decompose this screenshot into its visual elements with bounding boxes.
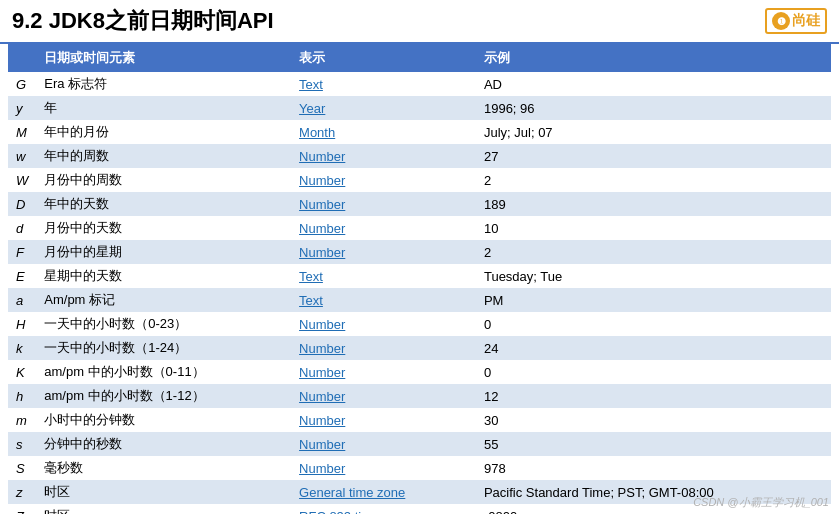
repr-link[interactable]: Number — [299, 317, 345, 332]
cell-description: 毫秒数 — [36, 456, 291, 480]
table-container: 日期或时间元素 表示 示例 GEra 标志符TextADy年Year1996; … — [0, 44, 839, 514]
cell-letter: E — [8, 264, 36, 288]
cell-repr[interactable]: Month — [291, 120, 476, 144]
cell-letter: S — [8, 456, 36, 480]
cell-repr[interactable]: Text — [291, 72, 476, 96]
cell-repr[interactable]: Number — [291, 384, 476, 408]
cell-example: 27 — [476, 144, 831, 168]
cell-description: 一天中的小时数（1-24） — [36, 336, 291, 360]
cell-repr[interactable]: General time zone — [291, 480, 476, 504]
cell-example: 30 — [476, 408, 831, 432]
repr-link[interactable]: Text — [299, 293, 323, 308]
cell-description: am/pm 中的小时数（0-11） — [36, 360, 291, 384]
cell-repr[interactable]: Number — [291, 240, 476, 264]
col-example: 示例 — [476, 44, 831, 72]
cell-letter: k — [8, 336, 36, 360]
cell-description: Am/pm 标记 — [36, 288, 291, 312]
cell-letter: w — [8, 144, 36, 168]
cell-repr[interactable]: Number — [291, 456, 476, 480]
repr-link[interactable]: Number — [299, 245, 345, 260]
repr-link[interactable]: Number — [299, 365, 345, 380]
repr-link[interactable]: Number — [299, 389, 345, 404]
repr-link[interactable]: Number — [299, 197, 345, 212]
cell-example: July; Jul; 07 — [476, 120, 831, 144]
table-row: w年中的周数Number27 — [8, 144, 831, 168]
repr-link[interactable]: RFC 822 time zone — [299, 509, 411, 515]
cell-repr[interactable]: Number — [291, 408, 476, 432]
cell-example: 978 — [476, 456, 831, 480]
repr-link[interactable]: Number — [299, 149, 345, 164]
cell-repr[interactable]: Text — [291, 264, 476, 288]
repr-link[interactable]: Number — [299, 221, 345, 236]
cell-repr[interactable]: Year — [291, 96, 476, 120]
logo-icon: ❶ — [772, 12, 790, 30]
table-row: m小时中的分钟数Number30 — [8, 408, 831, 432]
repr-link[interactable]: Text — [299, 269, 323, 284]
table-row: k一天中的小时数（1-24）Number24 — [8, 336, 831, 360]
cell-description: 分钟中的秒数 — [36, 432, 291, 456]
cell-repr[interactable]: Number — [291, 312, 476, 336]
table-row: S毫秒数Number978 — [8, 456, 831, 480]
cell-repr[interactable]: Number — [291, 336, 476, 360]
repr-link[interactable]: Number — [299, 413, 345, 428]
cell-example: PM — [476, 288, 831, 312]
cell-letter: H — [8, 312, 36, 336]
cell-repr[interactable]: Number — [291, 360, 476, 384]
cell-description: Era 标志符 — [36, 72, 291, 96]
table-row: E星期中的天数TextTuesday; Tue — [8, 264, 831, 288]
col-repr: 表示 — [291, 44, 476, 72]
cell-description: 星期中的天数 — [36, 264, 291, 288]
repr-link[interactable]: Month — [299, 125, 335, 140]
cell-letter: s — [8, 432, 36, 456]
cell-repr[interactable]: Number — [291, 192, 476, 216]
repr-link[interactable]: Number — [299, 461, 345, 476]
footer: CSDN @小霸王学习机_001 — [693, 495, 829, 510]
cell-description: 年 — [36, 96, 291, 120]
cell-description: 月份中的星期 — [36, 240, 291, 264]
cell-letter: K — [8, 360, 36, 384]
cell-repr[interactable]: Number — [291, 144, 476, 168]
cell-letter: F — [8, 240, 36, 264]
cell-example: 12 — [476, 384, 831, 408]
cell-letter: y — [8, 96, 36, 120]
repr-link[interactable]: Text — [299, 77, 323, 92]
cell-letter: Z — [8, 504, 36, 514]
cell-repr[interactable]: Number — [291, 216, 476, 240]
table-row: W月份中的周数Number2 — [8, 168, 831, 192]
footer-text: CSDN @小霸王学习机_001 — [693, 496, 829, 508]
table-row: H一天中的小时数（0-23）Number0 — [8, 312, 831, 336]
cell-letter: a — [8, 288, 36, 312]
cell-letter: G — [8, 72, 36, 96]
cell-example: 2 — [476, 240, 831, 264]
logo-box: ❶ 尚硅 — [765, 8, 827, 34]
table-row: GEra 标志符TextAD — [8, 72, 831, 96]
cell-letter: W — [8, 168, 36, 192]
cell-letter: M — [8, 120, 36, 144]
cell-repr[interactable]: Number — [291, 168, 476, 192]
repr-link[interactable]: Number — [299, 437, 345, 452]
cell-letter: D — [8, 192, 36, 216]
cell-description: am/pm 中的小时数（1-12） — [36, 384, 291, 408]
cell-letter: d — [8, 216, 36, 240]
repr-link[interactable]: Number — [299, 341, 345, 356]
cell-repr[interactable]: Number — [291, 432, 476, 456]
cell-example: 189 — [476, 192, 831, 216]
repr-link[interactable]: Year — [299, 101, 325, 116]
cell-example: 0 — [476, 360, 831, 384]
cell-repr[interactable]: RFC 822 time zone — [291, 504, 476, 514]
table-row: M年中的月份MonthJuly; Jul; 07 — [8, 120, 831, 144]
cell-description: 月份中的周数 — [36, 168, 291, 192]
table-row: D年中的天数Number189 — [8, 192, 831, 216]
table-row: y年Year1996; 96 — [8, 96, 831, 120]
cell-description: 年中的天数 — [36, 192, 291, 216]
cell-description: 时区 — [36, 504, 291, 514]
cell-example: 55 — [476, 432, 831, 456]
repr-link[interactable]: Number — [299, 173, 345, 188]
cell-letter: m — [8, 408, 36, 432]
cell-letter: z — [8, 480, 36, 504]
cell-repr[interactable]: Text — [291, 288, 476, 312]
cell-example: AD — [476, 72, 831, 96]
table-row: F月份中的星期Number2 — [8, 240, 831, 264]
repr-link[interactable]: General time zone — [299, 485, 405, 500]
page-title: 9.2 JDK8之前日期时间API — [12, 6, 274, 36]
